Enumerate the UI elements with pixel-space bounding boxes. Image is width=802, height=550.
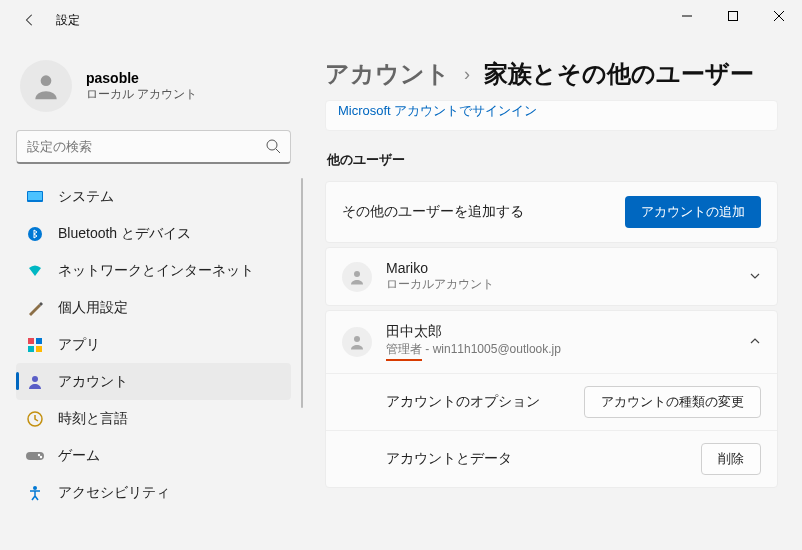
user-sub: ローカルアカウント [386,276,749,293]
user-avatar-icon [342,262,372,292]
maximize-button[interactable] [710,0,756,32]
avatar [20,60,72,112]
bluetooth-icon [26,225,44,243]
user-row: 田中太郎管理者 - win11h1005@outlook.jpアカウントのオプシ… [325,310,778,488]
svg-point-14 [32,376,38,382]
svg-point-19 [33,486,37,490]
nav-label: システム [58,188,114,206]
nav-label: Bluetooth とデバイス [58,225,191,243]
profile-block[interactable]: pasoble ローカル アカウント [16,52,305,130]
nav-item-gaming[interactable]: ゲーム [16,437,291,474]
add-account-button[interactable]: アカウントの追加 [625,196,761,228]
minimize-button[interactable] [664,0,710,32]
svg-rect-1 [729,12,738,21]
close-button[interactable] [756,0,802,32]
nav-label: アクセシビリティ [58,484,170,502]
search-icon [265,138,281,158]
personalize-icon [26,299,44,317]
user-header[interactable]: 田中太郎管理者 - win11h1005@outlook.jp [326,311,777,373]
nav-item-apps[interactable]: アプリ [16,326,291,363]
other-users-heading: 他のユーザー [327,151,778,169]
svg-point-4 [41,75,52,86]
add-user-text: その他のユーザーを追加する [342,203,625,221]
breadcrumb: アカウント › 家族とその他のユーザー [325,58,778,90]
user-name: 田中太郎 [386,323,749,341]
svg-rect-12 [28,346,34,352]
chevron-right-icon: › [464,64,470,85]
svg-rect-10 [28,338,34,344]
nav-item-personalize[interactable]: 個人用設定 [16,289,291,326]
gaming-icon [26,447,44,465]
nav-item-network[interactable]: ネットワークとインターネット [16,252,291,289]
svg-point-18 [40,455,42,457]
option-button[interactable]: 削除 [701,443,761,475]
option-label: アカウントのオプション [386,393,584,411]
sidebar: pasoble ローカル アカウント システムBluetooth とデバイスネッ… [0,40,305,550]
system-icon [26,188,44,206]
chevron-down-icon [749,268,761,286]
accounts-icon [26,373,44,391]
svg-point-20 [354,271,360,277]
scrollbar[interactable] [301,178,303,408]
nav-item-bluetooth[interactable]: Bluetooth とデバイス [16,215,291,252]
back-button[interactable] [20,10,40,30]
user-header[interactable]: Marikoローカルアカウント [326,248,777,305]
user-name: Mariko [386,260,749,276]
svg-line-6 [276,149,280,153]
nav-label: ネットワークとインターネット [58,262,254,280]
accessibility-icon [26,484,44,502]
chevron-up-icon [749,333,761,351]
nav-label: アカウント [58,373,128,391]
option-label: アカウントとデータ [386,450,701,468]
window-title: 設定 [56,12,80,29]
breadcrumb-current: 家族とその他のユーザー [484,58,754,90]
svg-point-5 [267,140,277,150]
profile-name: pasoble [86,70,197,86]
search-input[interactable] [16,130,291,164]
ms-signin-card: Microsoft アカウントでサインイン [325,100,778,131]
nav-list: システムBluetooth とデバイスネットワークとインターネット個人用設定アプ… [16,178,305,550]
time-icon [26,410,44,428]
breadcrumb-parent[interactable]: アカウント [325,58,450,90]
nav-item-accessibility[interactable]: アクセシビリティ [16,474,291,511]
search-box [16,130,291,164]
svg-point-17 [38,453,40,455]
main-content: アカウント › 家族とその他のユーザー Microsoft アカウントでサインイ… [305,40,802,550]
svg-point-9 [28,227,42,241]
user-option-row: アカウントとデータ削除 [326,430,777,487]
profile-sub: ローカル アカウント [86,86,197,103]
ms-signin-link[interactable]: Microsoft アカウントでサインイン [338,103,537,118]
option-button[interactable]: アカウントの種類の変更 [584,386,761,418]
nav-label: 個人用設定 [58,299,128,317]
network-icon [26,262,44,280]
apps-icon [26,336,44,354]
svg-rect-13 [36,346,42,352]
add-user-row: その他のユーザーを追加する アカウントの追加 [325,181,778,243]
user-row: Marikoローカルアカウント [325,247,778,306]
user-option-row: アカウントのオプションアカウントの種類の変更 [326,373,777,430]
user-avatar-icon [342,327,372,357]
nav-item-time[interactable]: 時刻と言語 [16,400,291,437]
nav-label: ゲーム [58,447,100,465]
nav-item-system[interactable]: システム [16,178,291,215]
nav-label: 時刻と言語 [58,410,128,428]
svg-rect-11 [36,338,42,344]
nav-label: アプリ [58,336,100,354]
user-sub: 管理者 - win11h1005@outlook.jp [386,341,749,361]
svg-point-21 [354,336,360,342]
svg-rect-8 [28,192,42,200]
nav-item-accounts[interactable]: アカウント [16,363,291,400]
